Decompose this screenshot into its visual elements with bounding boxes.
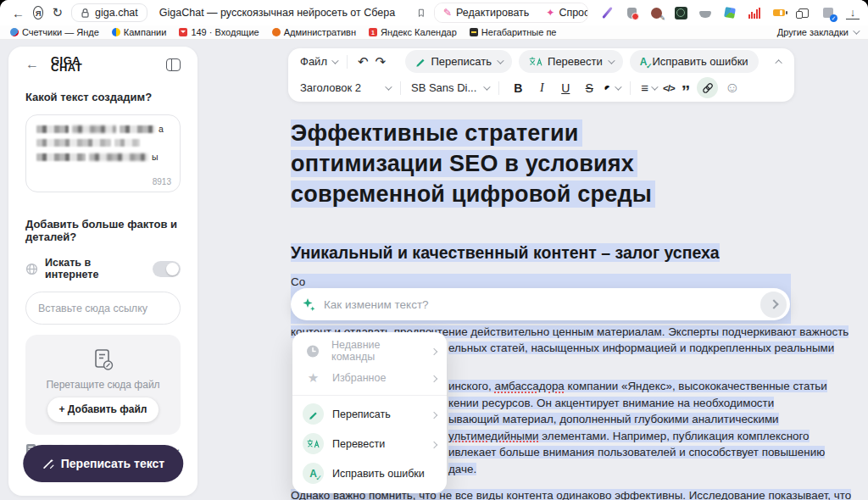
send-button[interactable]	[760, 292, 787, 318]
collapse-panel-icon[interactable]	[166, 58, 181, 71]
browser-toolbar: ← Я ↻ giga.chat GigaChat — русскоязычная…	[0, 0, 868, 25]
bookmark-icon[interactable]	[417, 7, 426, 19]
spellcheck-word: амбассадора	[495, 380, 565, 392]
edit-page-button[interactable]: ✎ Редактировать	[435, 3, 537, 22]
list-button[interactable]: ≡	[641, 81, 656, 95]
spellcheck-word: контента	[506, 489, 553, 500]
paragraph-style-select[interactable]: Заголовок 2	[300, 81, 390, 94]
dropzone-label: Перетащите сюда файл	[46, 379, 159, 391]
prompt-label: Какой текст создадим?	[25, 91, 181, 103]
chevron-right-icon	[431, 408, 437, 420]
pen-icon	[415, 56, 426, 67]
strikethrough-button[interactable]: S	[581, 81, 598, 95]
redo-button[interactable]: ↷	[376, 54, 387, 69]
address-bar[interactable]: giga.chat	[71, 3, 147, 22]
bookmark-item[interactable]: 149 · Входящие	[179, 27, 259, 37]
page-title: GigaChat — русскоязычная нейросеть от Сб…	[159, 7, 395, 19]
add-file-button[interactable]: + Добавить файл	[47, 397, 159, 422]
translate-icon	[303, 433, 324, 454]
web-search-toggle[interactable]	[153, 261, 181, 277]
web-search-label: Искать в интернете	[45, 257, 146, 281]
rewrite-text-button[interactable]: Переписать текст	[23, 445, 183, 482]
back-icon[interactable]: ←	[12, 6, 25, 20]
bookmarks-bar: Счетчики — Янде Кампании 149 · Входящие …	[0, 25, 868, 40]
spellcheck-icon: A✓	[640, 56, 648, 68]
editor-toolbar: Файл ↶ ↷ Переписать Перевести A✓ Исправи…	[288, 48, 794, 102]
edit-icon: ✎	[443, 7, 452, 19]
chevron-down-icon	[615, 83, 622, 90]
cube-extension-icon[interactable]	[723, 6, 737, 19]
insert-link-button[interactable]	[697, 77, 718, 98]
bold-button[interactable]: B	[509, 81, 526, 95]
fix-errors-action-button[interactable]: A✓ Исправить ошибки	[630, 50, 759, 73]
tabs-extension-icon[interactable]	[797, 6, 810, 19]
sidebar: ← GIGA CHAT Какой текст создадим? а ы 89…	[8, 47, 198, 496]
underline-button[interactable]: U	[557, 81, 574, 95]
chevron-right-icon	[431, 372, 437, 384]
emoji-button[interactable]: ☺	[725, 80, 739, 97]
collapse-toolbar-icon[interactable]	[775, 59, 782, 66]
sparkle-icon	[302, 297, 316, 312]
star-icon: ★	[303, 370, 324, 386]
pen-extension-icon[interactable]	[600, 6, 614, 19]
facts-label: Добавить больше фактов и деталей?	[25, 218, 181, 243]
file-menu[interactable]: Файл	[300, 55, 337, 68]
yandex-browser-icon[interactable]: Я	[33, 6, 43, 19]
battery-extension-icon[interactable]	[772, 6, 786, 19]
browser-window: ← Я ↻ giga.chat GigaChat — русскоязычная…	[0, 0, 868, 500]
chevron-down-icon	[331, 57, 338, 64]
metrika-favicon	[10, 28, 19, 36]
chevron-down-icon	[853, 27, 860, 34]
menu-item-rewrite[interactable]: Переписать	[292, 399, 447, 429]
prompt-textarea[interactable]: а ы 8913	[25, 114, 181, 192]
undo-button[interactable]: ↶	[358, 54, 369, 69]
extensions-row: ↓	[600, 6, 860, 19]
globe-icon	[25, 263, 38, 275]
rewrite-action-button[interactable]: Переписать	[405, 50, 513, 73]
ask-icon: ✦	[546, 7, 554, 19]
italic-button[interactable]: I	[533, 81, 550, 95]
masked-tail: ы	[152, 152, 159, 162]
url-text: giga.chat	[95, 7, 138, 19]
translate-action-button[interactable]: Перевести	[519, 50, 623, 73]
bookmark-item[interactable]: Кампании	[112, 27, 167, 37]
shield-extension-icon[interactable]	[625, 6, 638, 19]
ask-page-button[interactable]: ✦ Спросить	[537, 3, 588, 22]
list-icon: ≡	[641, 81, 648, 95]
calendar-favicon: 1	[369, 28, 377, 36]
menu-item-recent[interactable]: Недавние команды	[292, 337, 447, 364]
back-arrow-icon[interactable]: ←	[25, 57, 39, 72]
green-square-extension-icon[interactable]	[674, 6, 687, 19]
check-badge-extension-icon[interactable]	[821, 6, 835, 19]
char-counter: 8913	[153, 177, 171, 186]
bookmark-item[interactable]: Счетчики — Янде	[10, 27, 99, 37]
bookmark-item[interactable]: 1Яндекс Календар	[369, 27, 457, 37]
downloads-icon[interactable]: ↓	[846, 6, 860, 19]
menu-item-fix-errors[interactable]: A✓ Исправить ошибки	[292, 458, 447, 488]
file-dropzone[interactable]: Перетащите сюда файл + Добавить файл	[25, 335, 181, 435]
command-dropdown-menu: Недавние команды ★ Избранное Переписать …	[292, 332, 447, 493]
font-select[interactable]: SB Sans Di...	[411, 81, 488, 94]
translate-icon	[529, 56, 542, 67]
quote-button[interactable]: ”	[682, 87, 691, 96]
pencil-extension-icon[interactable]	[649, 6, 663, 19]
code-button[interactable]: </>	[663, 83, 675, 93]
command-bar	[291, 288, 790, 320]
link-input[interactable]	[25, 292, 181, 325]
text-color-button[interactable]: ◐	[604, 81, 620, 95]
chevron-down-icon	[651, 83, 658, 90]
reload-icon[interactable]: ↻	[52, 5, 63, 20]
spellcheck-icon: A✓	[303, 463, 324, 484]
cup-extension-icon[interactable]	[698, 6, 712, 19]
document-title: Эффективные стратегии оптимизации SEO в …	[291, 118, 655, 209]
menu-item-favorites[interactable]: ★ Избранное	[292, 364, 447, 392]
menu-item-translate[interactable]: Перевести	[292, 429, 447, 458]
command-input[interactable]	[324, 298, 753, 311]
clock-icon	[303, 344, 323, 358]
masked-tail: а	[159, 124, 164, 134]
chevron-down-icon	[483, 83, 490, 90]
other-bookmarks-button[interactable]: Другие закладки	[777, 27, 858, 37]
bookmark-item[interactable]: Негабаритные пе	[470, 27, 557, 37]
bookmark-item[interactable]: Административн	[272, 27, 356, 37]
chart-extension-icon[interactable]	[748, 8, 761, 19]
